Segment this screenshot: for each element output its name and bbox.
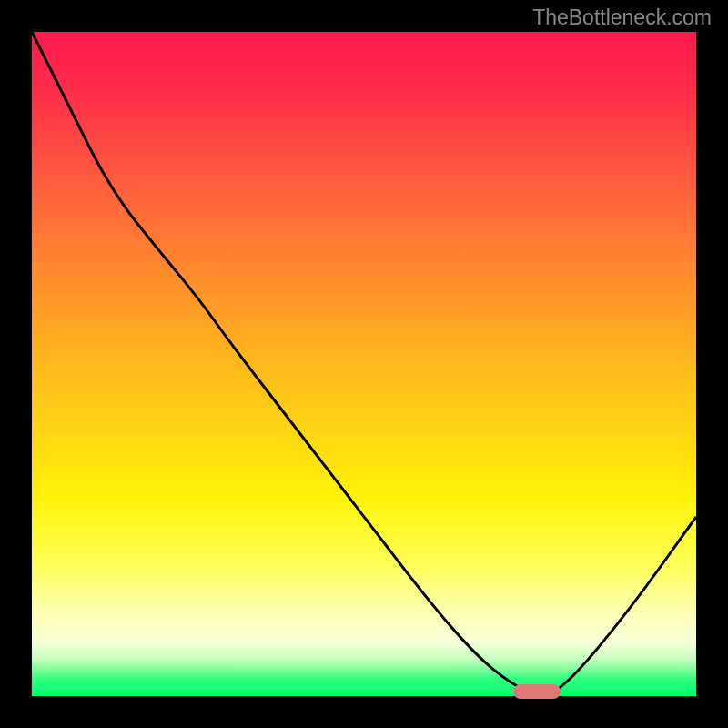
bottleneck-curve — [32, 32, 696, 696]
chart-container: TheBottleneck.com — [0, 0, 728, 728]
sweet-spot-marker — [513, 684, 561, 699]
curve-path — [32, 32, 696, 694]
watermark-label: TheBottleneck.com — [532, 5, 712, 30]
plot-area — [32, 32, 696, 696]
